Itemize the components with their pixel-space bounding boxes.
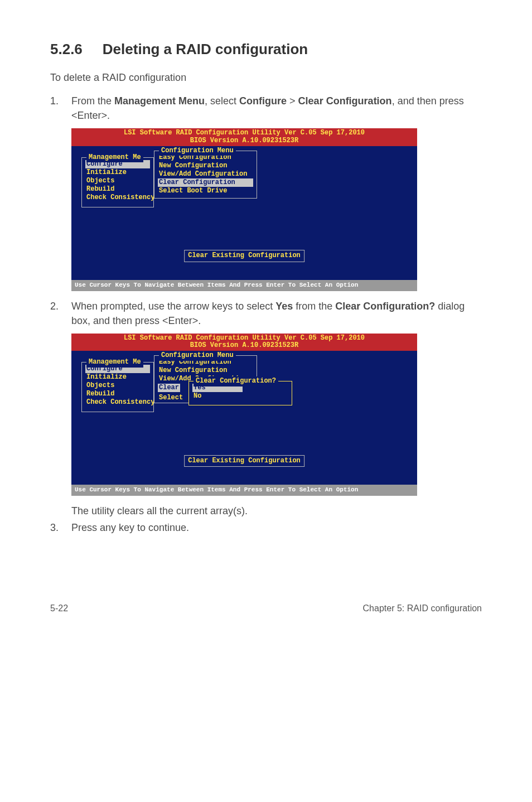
step-2: When prompted, use the arrow keys to sel… [50,299,482,496]
bios-cfg-title: Configuration Menu [159,146,236,156]
bios-footer: Use Cursor Keys To Navigate Between Item… [71,485,417,496]
text-frag: , select [205,95,239,107]
bios-mgmt-item-objects[interactable]: Objects [85,381,150,390]
bios-cfg-item-clear[interactable]: Clear Configuration [158,178,253,187]
bios-title-line1: LSI Software RAID Configuration Utility … [74,335,415,342]
text-frag: From the [71,95,114,107]
bios-titlebar: LSI Software RAID Configuration Utility … [71,334,417,351]
bios-mgmt-item-rebuild[interactable]: Rebuild [85,390,150,398]
step-3: Press any key to continue. [50,520,482,535]
section-heading: 5.2.6Deleting a RAID configuration [50,39,482,60]
bold-clear-config: Clear Configuration [298,95,392,107]
section-number: 5.2.6 [50,39,83,60]
bios-mgmt-item-initialize[interactable]: Initialize [85,373,150,381]
utility-clears-note: The utility clears all the current array… [71,504,482,518]
bios-body: Management Me Configure Initialize Objec… [71,351,417,485]
bios-status-box: Clear Existing Configuration [184,250,304,262]
bios-mgmt-item-objects[interactable]: Objects [85,177,150,185]
bios-title-line2: BIOS Version A.10.09231523R [74,342,415,350]
bold-configure: Configure [239,95,287,107]
bios-screenshot-2: LSI Software RAID Configuration Utility … [71,334,417,496]
step1-text: From the Management Menu, select Configu… [71,94,482,123]
page-number: 5-22 [50,602,68,615]
bios-cfg-title: Configuration Menu [159,351,236,360]
bios-mgmt-item-check[interactable]: Check Consistency [85,398,150,407]
bold-yes: Yes [275,301,293,312]
bios-mgmt-box: Management Me Configure Initialize Objec… [81,157,154,207]
bold-clear-confirm: Clear Configuration? [335,301,435,312]
section-title: Deleting a RAID configuration [103,41,308,57]
bios-mgmt-item-check[interactable]: Check Consistency [85,194,150,202]
bios-cfg-item-clear[interactable]: Clear [158,384,180,392]
bios-status-box: Clear Existing Configuration [184,455,304,467]
text-frag: from the [293,301,335,312]
bios-confirm-box: Clear Configuration? Yes No [188,381,292,405]
bios-cfg-item-selectboot[interactable]: Select Boot Drive [158,187,253,195]
bios-titlebar: LSI Software RAID Configuration Utility … [71,128,417,146]
bios-cfg-item-select[interactable]: Select [158,394,184,402]
bios-mgmt-title: Management Me [86,357,143,367]
step3-text: Press any key to continue. [71,522,189,533]
bios-title-line2: BIOS Version A.10.09231523R [74,137,415,145]
bios-mgmt-item-rebuild[interactable]: Rebuild [85,185,150,194]
bios-confirm-title: Clear Configuration? [194,376,278,386]
page-footer: 5-22 Chapter 5: RAID configuration [50,602,482,615]
bios-mgmt-item-initialize[interactable]: Initialize [85,168,150,177]
bios-cfg-item-new[interactable]: New Configuration [158,162,253,170]
text-frag: > [287,95,298,107]
bios-confirm-no[interactable]: No [192,392,288,400]
bios-cfg-item-view[interactable]: View/Add Configuration [158,170,253,178]
step-1: From the Management Menu, select Configu… [50,94,482,291]
bold-mgmt-menu: Management Menu [114,95,205,107]
bios-mgmt-box: Management Me Configure Initialize Objec… [81,362,154,412]
bios-cfg-box: Configuration Menu Easy Configuration Ne… [154,151,257,199]
chapter-title: Chapter 5: RAID configuration [363,602,482,615]
bios-title-line1: LSI Software RAID Configuration Utility … [74,129,415,137]
bios-body: Management Me Configure Initialize Objec… [71,146,417,280]
bios-screenshot-1: LSI Software RAID Configuration Utility … [71,128,417,291]
bios-mgmt-title: Management Me [86,153,143,162]
text-frag: When prompted, use the arrow keys to sel… [71,301,275,312]
bios-cfg-item-new[interactable]: New Configuration [158,366,253,375]
step2-text: When prompted, use the arrow keys to sel… [71,299,482,328]
intro-text: To delete a RAID configuration [50,70,482,85]
bios-footer: Use Cursor Keys To Navigate Between Item… [71,280,417,291]
